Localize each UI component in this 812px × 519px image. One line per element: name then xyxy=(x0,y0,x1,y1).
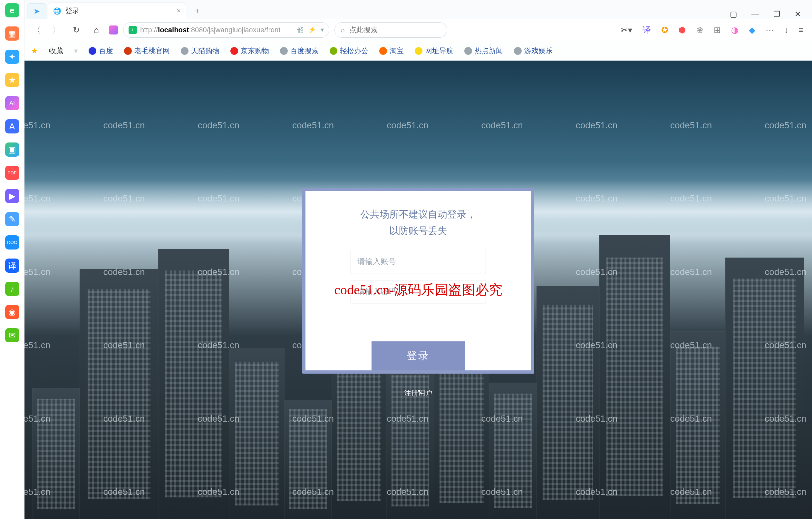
addr-dropdown-icon[interactable]: ▾ xyxy=(321,26,324,34)
sidebar-app-mail-icon[interactable]: ✉ xyxy=(5,328,19,343)
nav-icon xyxy=(415,47,423,55)
diamond-icon[interactable]: ◆ xyxy=(749,25,755,35)
pinned-tab[interactable]: ➤ xyxy=(27,3,47,19)
address-text: http://localhost:8080/jsjwangluojiaoxue/… xyxy=(140,26,280,34)
more-icon[interactable]: ⋯ xyxy=(765,25,774,35)
login-button[interactable]: 登录 xyxy=(372,342,465,371)
layout-icon[interactable]: ▢ xyxy=(730,10,737,19)
translate-icon[interactable]: 译 xyxy=(642,25,651,36)
sidebar-app-game-icon[interactable]: ♪ xyxy=(5,282,19,296)
globe-icon: 🌐 xyxy=(53,7,61,15)
addr-ext2-icon[interactable]: ⚡ xyxy=(308,26,316,34)
active-tab[interactable]: 🌐 登录 × xyxy=(48,3,186,19)
search-bar[interactable]: ⌕ xyxy=(335,22,447,38)
office-icon xyxy=(330,47,337,55)
bookmark-nav[interactable]: 网址导航 xyxy=(415,46,453,56)
maximize-icon[interactable]: ❐ xyxy=(773,10,780,19)
shield-icon[interactable]: ✪ xyxy=(661,25,668,35)
bookmark-games[interactable]: 游戏娱乐 xyxy=(514,46,553,56)
window-controls: ▢ — ❐ ✕ xyxy=(730,10,812,19)
news-icon xyxy=(464,47,472,55)
browser-logo-icon[interactable]: e xyxy=(5,3,19,18)
address-row: 〈 〉 ↻ ⌂ + http://localhost:8080/jsjwangl… xyxy=(25,19,812,41)
browser-chrome: ➤ 🌐 登录 × + ▢ — ❐ ✕ 〈 〉 ↻ ⌂ + http://loca… xyxy=(25,0,812,61)
watermark-center: code51.cn-源码乐园盗图必究 xyxy=(334,281,502,299)
sidebar-app-pdf-icon[interactable]: PDF xyxy=(5,166,19,180)
tab-title: 登录 xyxy=(65,6,79,16)
reload-button[interactable]: ↻ xyxy=(69,23,84,37)
site-lock-icon: + xyxy=(128,26,137,34)
minimize-icon[interactable]: — xyxy=(751,10,759,19)
close-window-icon[interactable]: ✕ xyxy=(794,10,801,19)
sidebar-app-orange-icon[interactable]: ▦ xyxy=(5,26,19,40)
main-menu-icon[interactable]: ≡ xyxy=(799,25,804,35)
bookmark-baidu-search[interactable]: 百度搜索 xyxy=(280,46,319,56)
bookmark-office[interactable]: 轻松办公 xyxy=(330,46,368,56)
bookmark-taobao[interactable]: 淘宝 xyxy=(379,46,404,56)
forward-button[interactable]: 〉 xyxy=(49,23,64,37)
username-input[interactable] xyxy=(351,250,486,273)
address-tail-icons: 韶 ⚡ ▾ xyxy=(297,26,324,34)
download-icon[interactable]: ↓ xyxy=(784,25,788,35)
search-icon: ⌕ xyxy=(341,26,345,34)
addr-ext1-icon[interactable]: 韶 xyxy=(297,26,303,34)
bookmark-jd[interactable]: 京东购物 xyxy=(230,46,269,56)
circle-icon[interactable]: ◍ xyxy=(731,25,738,35)
sidebar-app-video-icon[interactable]: ▶ xyxy=(5,189,19,203)
toolbar-icons: ✂▾ 译 ✪ ⬢ ❀ ⊞ ◍ ◆ ⋯ ↓ ≡ xyxy=(621,25,808,36)
sidebar-app-star-icon[interactable]: ★ xyxy=(5,73,19,87)
laomaotao-icon xyxy=(124,47,132,55)
sidebar-app-translate-icon[interactable]: 译 xyxy=(5,258,19,273)
apps-grid-icon[interactable]: ⊞ xyxy=(714,25,721,35)
jd-icon xyxy=(230,47,238,55)
bookmarks-bar: ★ 收藏 ▾ 百度 老毛桃官网 天猫购物 京东购物 百度搜索 轻松办公 淘宝 网… xyxy=(25,41,812,61)
bookmark-tmall[interactable]: 天猫购物 xyxy=(181,46,220,56)
new-tab-button[interactable]: + xyxy=(190,3,205,19)
sidebar-app-assist-icon[interactable]: ✦ xyxy=(5,50,19,64)
page-viewport: code51.cncode51.cncode51.cncode51.cncode… xyxy=(25,61,812,519)
bookmark-baidu[interactable]: 百度 xyxy=(89,46,113,56)
address-bar[interactable]: + http://localhost:8080/jsjwangluojiaoxu… xyxy=(123,22,329,38)
ai-addr-icon[interactable] xyxy=(109,25,118,34)
sidebar-menu-icon[interactable]: ≡ xyxy=(5,505,19,519)
tmall-icon xyxy=(181,47,188,55)
home-button[interactable]: ⌂ xyxy=(89,23,104,37)
baidu-icon xyxy=(89,47,96,55)
sidebar-app-doc-icon[interactable]: DOC xyxy=(5,235,19,249)
taobao-icon xyxy=(379,47,387,55)
sidebar-app-picture-icon[interactable]: ▣ xyxy=(5,142,19,157)
scissors-icon[interactable]: ✂▾ xyxy=(621,25,632,35)
sidebar-app-af-icon[interactable]: A xyxy=(5,119,19,133)
sidebar-add-icon[interactable]: + xyxy=(5,482,19,496)
search-input[interactable] xyxy=(349,25,441,34)
favorites-star-icon[interactable]: ★ xyxy=(31,47,38,55)
sidebar-app-weibo-icon[interactable]: ◉ xyxy=(5,305,19,319)
sidebar-app-note-icon[interactable]: ✎ xyxy=(5,212,19,226)
games-icon xyxy=(514,47,522,55)
bookmark-laomaotao[interactable]: 老毛桃官网 xyxy=(124,46,170,56)
sidebar-app-ai-icon[interactable]: AI xyxy=(5,96,19,110)
back-button[interactable]: 〈 xyxy=(29,23,44,37)
tab-strip: ➤ 🌐 登录 × + ▢ — ❐ ✕ xyxy=(25,0,812,19)
extension-icon[interactable]: ❀ xyxy=(696,25,703,35)
baidu2-icon xyxy=(280,47,288,55)
login-tip: 公共场所不建议自动登录， 以防账号丢失 xyxy=(360,206,476,239)
tab-close-icon[interactable]: × xyxy=(177,7,181,15)
mouse-cursor-icon: ↖ xyxy=(417,388,423,396)
app-sidebar: e ▦ ✦ ★ AI A ▣ PDF ▶ ✎ DOC 译 ♪ ◉ ✉ + ≡ xyxy=(0,0,25,519)
bookmark-news[interactable]: 热点新闻 xyxy=(464,46,503,56)
adblock-icon[interactable]: ⬢ xyxy=(678,25,686,35)
favorites-label[interactable]: 收藏 xyxy=(49,46,63,56)
